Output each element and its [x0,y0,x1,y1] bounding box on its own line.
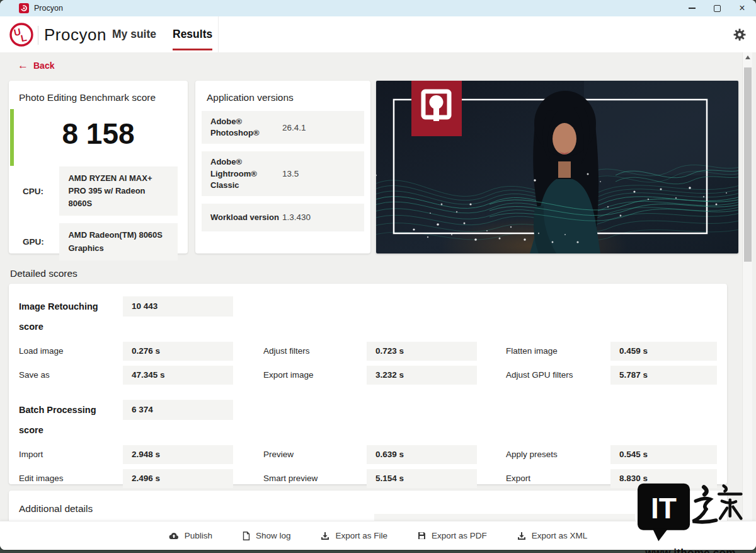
retouch-score-value: 10 443 [123,296,233,317]
detailed-scores-card: Image Retouching score 10 443 Load image… [9,284,727,484]
ul-logo-icon: U L [9,22,34,50]
tab-my-suite[interactable]: My suite [112,16,156,52]
gpu-value: AMD Radeon(TM) 8060S Graphics [59,223,178,260]
score-accent-bar [10,109,14,166]
additional-partial-box [374,514,635,521]
version-row-lightroom: Adobe® Lightroom® Classic 13.5 [202,151,364,196]
gpu-row: GPU: AMD Radeon(TM) 8060S Graphics [23,223,178,260]
download-icon [517,532,526,540]
batch-score-value: 6 374 [123,400,233,420]
document-icon [243,532,250,540]
cpu-value: AMD RYZEN AI MAX+ PRO 395 w/ Radeon 8060… [59,166,178,216]
detail-row: Save as 47.345 s Export image 3.232 s Ad… [19,366,717,385]
version-row-photoshop: Adobe® Photoshop® 26.4.1 [202,111,364,144]
titlebar: Procyon × [0,0,756,16]
app-window: Procyon × U L Procyon My suite Results [0,0,756,550]
additional-details-title: Additional details [19,503,717,515]
ithome-url: www.ithome.com [634,547,747,553]
ithome-watermark: IT www.ithome.com [634,482,747,553]
save-icon [418,532,426,540]
download-icon [321,532,329,540]
cpu-row: CPU: AMD RYZEN AI MAX+ PRO 395 w/ Radeon… [23,166,178,216]
benchmark-score-card: Photo Editing Benchmark score 8 158 CPU:… [9,81,188,253]
cpu-label: CPU: [23,187,59,196]
detail-row: Edit images 2.496 s Smart preview 5.154 … [19,469,717,488]
versions-card-title: Application versions [207,92,364,103]
results-page: ← Back Photo Editing Benchmark score 8 1… [0,52,756,521]
woman-figure [530,91,600,253]
benchmark-score-value: 8 158 [19,117,178,150]
export-file-button[interactable]: Export as File [321,531,387,540]
scroll-up-arrow-icon[interactable] [745,55,750,59]
back-label: Back [33,61,54,71]
retouch-score-row: Image Retouching score 10 443 [19,296,717,337]
procyon-app-icon [19,3,29,13]
header-divider [38,26,38,45]
svg-text:IT: IT [651,492,677,525]
brand-title: Procyon [44,25,106,45]
benchmark-hero-image [376,81,738,253]
version-row-workload: Workload version 1.3.430 [202,204,364,231]
export-pdf-button[interactable]: Export as PDF [418,531,487,540]
score-card-title: Photo Editing Benchmark score [19,92,178,103]
vertical-scrollbar[interactable] [742,52,752,521]
scrollbar-thumb[interactable] [744,67,752,262]
application-versions-card: Application versions Adobe® Photoshop® 2… [195,81,370,253]
detail-row: Import 2.948 s Preview 0.639 s Apply pre… [19,445,717,464]
back-arrow-icon: ← [18,61,28,70]
back-button[interactable]: ← Back [18,61,54,71]
gpu-label: GPU: [23,237,59,247]
publish-button[interactable]: Publish [169,531,212,540]
export-xml-button[interactable]: Export as XML [517,531,588,540]
header: U L Procyon My suite Results [0,16,756,52]
window-title: Procyon [34,4,63,13]
maximize-button[interactable] [704,0,730,16]
tabs-divider [218,16,219,52]
detail-row: Load image 0.276 s Adjust filters 0.723 … [19,342,717,361]
close-button[interactable]: × [730,0,755,16]
additional-details-card: Additional details [9,491,727,521]
detailed-scores-title: Detailed scores [10,268,77,279]
minimize-button[interactable] [679,0,704,16]
batch-score-row: Batch Processing score 6 374 [19,400,717,440]
ithome-logo-icon: IT [635,482,746,543]
cloud-upload-icon [169,532,179,540]
procyon-badge-icon [411,81,462,136]
settings-gear-icon[interactable] [733,28,746,41]
tab-results[interactable]: Results [173,16,212,52]
show-log-button[interactable]: Show log [243,531,291,540]
